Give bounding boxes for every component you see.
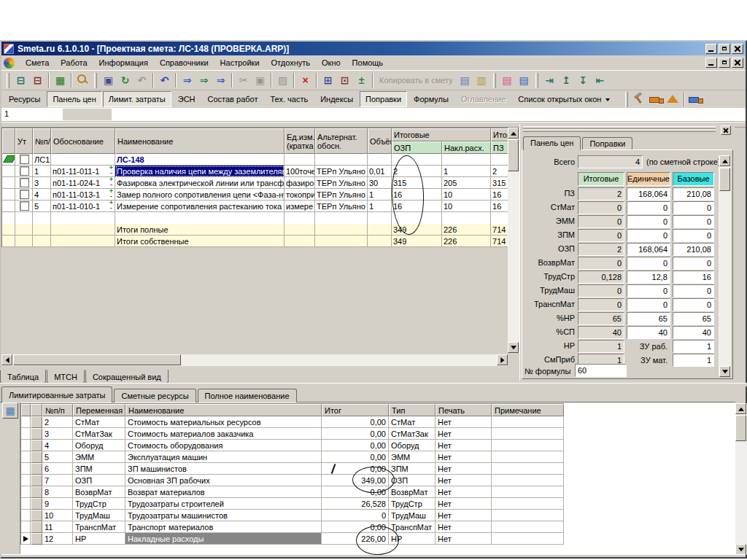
search-icon[interactable] (74, 72, 91, 88)
menu-item[interactable]: Справочники (154, 57, 214, 69)
col-header-totals-group2[interactable]: Итоговые (491, 128, 508, 141)
limits-col-note[interactable]: Примечание (492, 404, 564, 416)
Фазировка электрической линии или трансфо[interactable]: 3 п01-11-024-1 Фазировка электрической л… (2, 177, 508, 189)
Трудозатраты машинистов[interactable]: 10 ТрудМаш Трудозатраты машинистов 0 Тру… (21, 510, 564, 521)
insert-string-icon[interactable]: ⇒ (179, 72, 196, 88)
col-header-overhead[interactable]: Накл.расх. (442, 141, 491, 154)
price-unit-cell[interactable]: 0 (627, 229, 670, 242)
price-total-cell[interactable]: 0 (578, 257, 624, 270)
menu-item[interactable]: Окно (316, 57, 347, 69)
scroll-down-icon[interactable] (719, 366, 730, 377)
move-up-icon[interactable]: ↥ (558, 72, 575, 88)
grid-vscrollbar[interactable] (508, 128, 519, 353)
norm-book-icon[interactable]: ▤ (516, 72, 533, 88)
menu-item[interactable]: Смета (20, 57, 55, 69)
mdi-minimize-button[interactable] (705, 58, 717, 68)
price-total-cell[interactable]: 0,128 (578, 271, 624, 284)
Измерение сопротивления растеканию тока з[interactable]: 5 п01-11-010-1 Измерение сопротивления р… (2, 201, 508, 212)
bottom-tab[interactable]: Полное наименование (198, 389, 297, 402)
price-unit-cell[interactable]: 0 (627, 201, 670, 214)
scroll-thumb[interactable] (719, 168, 730, 191)
insert-coefficient-icon[interactable]: ⇒ (212, 72, 229, 88)
minimize-button[interactable] (705, 44, 717, 54)
Накладные расходы[interactable]: 12 НР Накладные расходы 226,00 НР Нет (21, 533, 564, 545)
scroll-down-icon[interactable] (508, 342, 519, 353)
mdi-restore-button[interactable] (719, 58, 730, 68)
col-header-name[interactable]: Наименование (115, 128, 285, 154)
price-panel-tab[interactable]: Панель цен (523, 136, 581, 150)
price-col-header[interactable]: Единичные (627, 172, 670, 186)
ЗП машинистов[interactable]: 6 ЗПМ ЗП машинистов 0,00 ЗПМ Нет (21, 463, 564, 475)
total-count-field[interactable]: 4 (578, 155, 643, 168)
row-header-cell[interactable] (31, 486, 42, 498)
title-bar[interactable]: Smeta.ru 6.1.0.10 - [Проектная смета: ЛС… (1, 42, 746, 55)
menu-item[interactable]: Работа (55, 57, 93, 69)
panel-toggle-button[interactable]: Формулы (408, 91, 454, 107)
Транспорт материалов[interactable]: 11 ТранспМат Транспорт материалов 0,00 Т… (21, 521, 564, 533)
price-plus-minus-icon[interactable] (108, 166, 115, 176)
limits-col-print[interactable]: Печать (436, 404, 492, 416)
Эксплуатация машин[interactable]: 5 ЭММ Эксплуатация машин 0,00 ЭММ Нет (21, 451, 564, 463)
grid-hscrollbar[interactable] (1, 354, 508, 366)
work-tools-icon[interactable] (631, 91, 648, 107)
approve-checkbox[interactable] (20, 178, 29, 187)
calculator-icon[interactable]: ⊞ (320, 72, 336, 88)
price-unit-cell[interactable]: 168,064 (627, 243, 670, 256)
price-base-cell[interactable]: 210,08 (673, 243, 714, 256)
paste-icon[interactable]: ▨ (274, 72, 291, 88)
undo-icon[interactable]: ↶ (133, 72, 150, 88)
scroll-up-icon[interactable] (735, 403, 746, 414)
scroll-left-icon[interactable] (1, 354, 12, 365)
delivery-truck-icon[interactable] (648, 91, 665, 107)
price-base-cell[interactable]: 16 (673, 271, 714, 284)
price-total-cell[interactable]: 0 (578, 284, 624, 298)
panel-toggle-button[interactable]: Индексы (314, 91, 359, 107)
limits-col-total[interactable]: Итог (322, 404, 389, 416)
panel-close-icon[interactable] (721, 125, 731, 135)
price-unit-cell[interactable]: 0 (627, 298, 670, 311)
col-header-ut[interactable]: Ут (15, 128, 33, 154)
menu-item[interactable]: Информация (93, 57, 154, 69)
save-icon[interactable]: ▣ (100, 72, 117, 88)
price-unit-cell[interactable]: ЗУ раб. (627, 340, 670, 353)
row-header-cell[interactable] (31, 451, 42, 463)
recalculate-icon[interactable]: ⊡ (336, 72, 353, 88)
limits-col-type[interactable]: Тип (389, 404, 436, 416)
Замер полного сопротивления цепи <Фаза-нул[interactable]: 4 п01-11-013-1 Замер полного сопротивлен… (2, 189, 508, 201)
Стоимость материальных ресурсов[interactable]: 2 СтМат Стоимость материальных ресурсов … (21, 416, 564, 428)
indent-left-icon[interactable]: ⇤ (592, 72, 608, 88)
approve-checkbox[interactable] (20, 201, 29, 211)
price-base-cell[interactable]: 0 (673, 298, 714, 311)
price-total-cell[interactable]: 2 (578, 187, 624, 201)
Стоимость оборудования[interactable]: 4 Оборуд Стоимость оборудования 0,00 Обо… (21, 440, 564, 451)
limits-vscrollbar[interactable] (735, 403, 747, 555)
row-header-cell[interactable] (31, 463, 42, 475)
panel-toggle-button[interactable]: ЭСН (172, 91, 201, 107)
price-unit-cell[interactable]: 65 (627, 312, 670, 325)
menu-item[interactable]: Настройки (214, 57, 266, 69)
scroll-up-icon[interactable] (508, 128, 519, 139)
row-header-cell[interactable] (31, 475, 42, 486)
price-unit-cell[interactable]: ЗУ мат. (627, 354, 670, 367)
price-unit-cell[interactable]: 0 (627, 215, 670, 228)
price-base-cell[interactable]: 1 (673, 354, 714, 367)
price-base-cell[interactable]: 0 (673, 229, 714, 242)
price-total-cell[interactable]: 2 (578, 243, 624, 256)
price-base-cell[interactable]: 0 (673, 201, 714, 214)
bottom-tab[interactable]: Сметные ресурсы (114, 389, 196, 402)
price-total-cell[interactable]: 0 (578, 229, 624, 242)
smeta-app-icon[interactable] (4, 58, 15, 69)
menu-item[interactable]: Помощь (347, 57, 390, 69)
ЛС-148[interactable]: ЛС1 ЛС-148 (2, 154, 508, 166)
panel-toggle-button[interactable]: Панель цен (47, 91, 101, 107)
price-total-cell[interactable]: 0 (578, 215, 624, 228)
price-total-cell[interactable]: 0 (578, 298, 624, 311)
move-down-icon[interactable]: ↧ (575, 72, 592, 88)
indent-right-icon[interactable]: ⇥ (541, 72, 558, 88)
panel-grip[interactable] (523, 129, 716, 132)
scroll-up-icon[interactable] (719, 155, 730, 166)
restore-button[interactable] (719, 44, 730, 54)
price-unit-cell[interactable]: 0 (627, 284, 670, 298)
price-base-cell[interactable]: 1 (673, 340, 714, 353)
copy-icon[interactable]: ▣ (252, 72, 268, 88)
